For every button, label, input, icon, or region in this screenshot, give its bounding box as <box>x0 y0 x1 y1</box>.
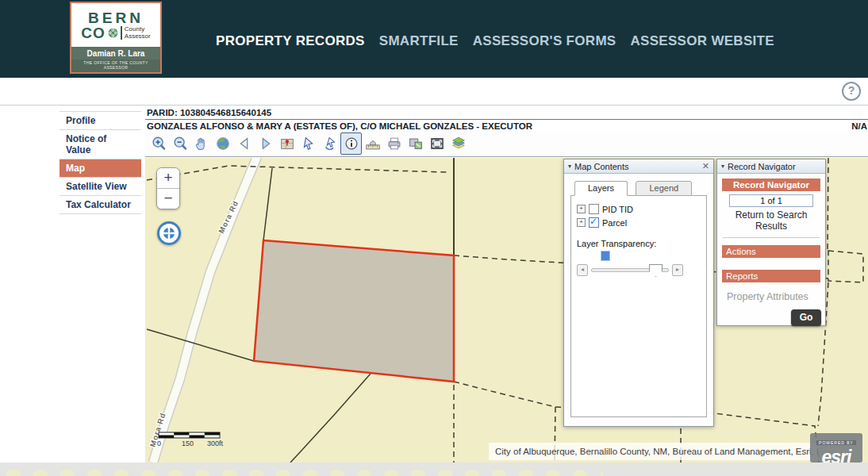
identify-icon <box>343 135 360 152</box>
scale-tick-150: 150 <box>182 440 194 447</box>
scale-tick-300ft: 300ft <box>207 440 224 447</box>
slider-left-arrow[interactable]: ◂ <box>577 264 588 276</box>
logo-line2: CO <box>81 25 106 40</box>
logo-dept: County Assessor <box>121 26 151 40</box>
right-value: N/A <box>851 121 868 131</box>
sidebar-item-map[interactable]: Map <box>60 159 141 177</box>
tool-layers[interactable] <box>447 132 469 155</box>
layers-tab-content: + PID TID + ✓ Parcel Layer Transparency:… <box>570 195 707 417</box>
assessor-name: Damian R. Lara <box>71 47 160 60</box>
sub-toolbar: ? <box>0 78 868 106</box>
map-toolbar <box>145 131 868 157</box>
tool-print[interactable] <box>383 132 405 155</box>
property-records-app: BERN CO County <box>0 0 868 476</box>
bottom-pattern <box>0 463 603 476</box>
esri-logo: POWERED BY esri <box>810 433 862 463</box>
owner-name: GONZALES ALFONSO & MARY A (ESTATES OF), … <box>147 121 532 131</box>
go-button[interactable]: Go <box>791 309 821 326</box>
tool-measure[interactable] <box>362 132 383 155</box>
county-assessor-logo: BERN CO County <box>70 2 162 74</box>
map-zoom-in-button[interactable]: + <box>157 168 179 188</box>
parcel-line <box>263 168 272 240</box>
collapse-icon[interactable]: ▾ <box>568 163 571 170</box>
parcel-line <box>828 158 828 253</box>
logo-tagline: THE OFFICE OF THE COUNTY ASSESSOR <box>71 60 160 72</box>
scale-bar: 0 150 300ft <box>157 432 224 447</box>
pid-tid-checkbox[interactable] <box>589 204 599 214</box>
tool-pan[interactable] <box>190 132 212 155</box>
map-contents-tabs: Layers Legend <box>574 180 707 196</box>
help-icon[interactable]: ? <box>842 82 861 101</box>
nav-smartfile[interactable]: SMARTFILE <box>379 33 459 49</box>
transparency-label: Layer Transparency: <box>577 239 701 248</box>
tool-zoom-out[interactable] <box>169 132 190 155</box>
print-icon <box>386 135 403 152</box>
record-navigator-panel: ▾ Record Navigator Record Navigator 1 of… <box>716 159 826 326</box>
sidebar-item-profile[interactable]: Profile <box>60 111 141 129</box>
tool-zoom-in[interactable] <box>148 132 169 155</box>
record-navigator-banner: Record Navigator <box>722 178 820 191</box>
tool-select[interactable] <box>298 132 319 155</box>
nav-property-records[interactable]: PROPERTY RECORDS <box>216 33 365 49</box>
record-navigator-title: Record Navigator <box>728 162 796 171</box>
layer-row-pid-tid: + PID TID <box>577 204 701 214</box>
close-icon[interactable]: ✕ <box>702 161 709 171</box>
map-zoom-out-button[interactable]: − <box>157 188 179 209</box>
default-extent-button[interactable] <box>157 221 181 245</box>
scale-tick-0: 0 <box>157 440 161 447</box>
collapse-icon[interactable]: ▾ <box>721 163 724 170</box>
map-canvas[interactable]: Mora Rd Mora Rd 0 150 300ft + − <box>145 158 868 463</box>
zoom-out-icon <box>171 135 189 152</box>
record-position-field[interactable]: 1 of 1 <box>729 194 813 207</box>
parcel-line <box>147 166 447 180</box>
tool-overview-map[interactable] <box>276 132 298 155</box>
expand-icon[interactable]: + <box>577 205 586 213</box>
pan-hand-icon <box>193 135 210 152</box>
slider-thumb[interactable] <box>649 264 663 277</box>
sidebar: Profile Notice of Value Map Satellite Vi… <box>60 111 141 214</box>
map-contents-panel: ▾ Map Contents ✕ Layers Legend + PID TID <box>563 159 714 427</box>
sidebar-item-tax-calculator[interactable]: Tax Calculator <box>60 195 141 213</box>
tab-legend[interactable]: Legend <box>636 181 692 196</box>
esri-brand: esri <box>810 447 862 463</box>
tool-export-map[interactable] <box>405 132 426 155</box>
nav-assessors-forms[interactable]: ASSESSOR'S FORMS <box>473 33 616 49</box>
parcel-line <box>828 251 863 282</box>
logo-top: BERN CO County <box>71 3 160 47</box>
parcel-checkbox[interactable]: ✓ <box>589 217 599 228</box>
zia-symbol-icon <box>108 28 118 38</box>
record-navigator-titlebar[interactable]: ▾ Record Navigator <box>717 159 825 174</box>
clear-selection-icon <box>321 135 339 152</box>
tool-full-extent[interactable] <box>212 132 233 155</box>
check-icon: ✓ <box>590 216 597 227</box>
tool-next-extent[interactable] <box>255 132 276 155</box>
header: BERN CO County <box>0 0 868 78</box>
transparency-value-handle[interactable] <box>601 251 610 261</box>
return-to-search-results-link[interactable]: Return to Search Results <box>721 209 821 232</box>
actions-section-header[interactable]: Actions <box>722 245 820 258</box>
reports-section-header[interactable]: Reports <box>722 270 820 282</box>
tab-layers[interactable]: Layers <box>574 181 628 196</box>
tool-identify[interactable] <box>340 132 362 155</box>
map-contents-titlebar[interactable]: ▾ Map Contents ✕ <box>564 159 713 174</box>
tool-full-screen[interactable] <box>426 132 447 155</box>
layers-icon <box>450 135 467 152</box>
sidebar-item-notice-of-value[interactable]: Notice of Value <box>60 129 141 159</box>
selected-parcel-polygon[interactable] <box>254 240 454 382</box>
slider-right-arrow[interactable]: ▸ <box>672 264 683 276</box>
map-contents-body: Layers Legend + PID TID + ✓ Parcel Layer… <box>564 174 713 417</box>
logo-line1: BERN <box>88 11 144 25</box>
target-icon <box>161 225 177 241</box>
expand-icon[interactable]: + <box>577 218 586 227</box>
full-screen-icon <box>428 135 446 152</box>
map-contents-title: Map Contents <box>574 162 628 171</box>
bottom-strip <box>0 463 868 476</box>
map-attribution: City of Albuquerque, Bernalillo County, … <box>489 443 818 460</box>
slider-track[interactable] <box>591 268 669 272</box>
tool-previous-extent[interactable] <box>233 132 255 155</box>
transparency-slider: ◂ ▸ <box>577 264 701 276</box>
nav-assessor-website[interactable]: ASSESSOR WEBSITE <box>630 33 774 49</box>
record-navigator-body: Record Navigator 1 of 1 Return to Search… <box>717 174 825 329</box>
tool-clear-selection[interactable] <box>319 132 340 155</box>
sidebar-item-satellite-view[interactable]: Satellite View <box>60 177 141 195</box>
